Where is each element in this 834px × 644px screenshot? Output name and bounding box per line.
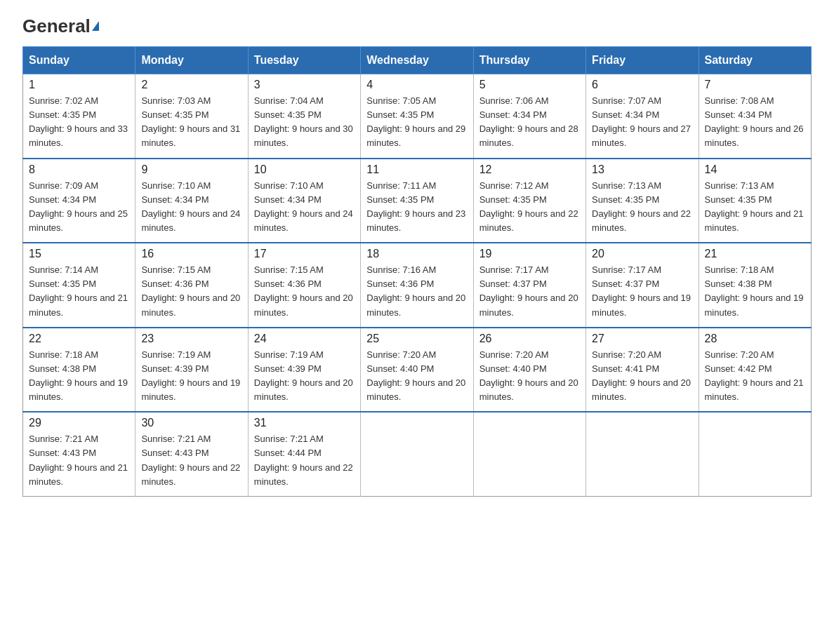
weekday-header-tuesday: Tuesday	[248, 47, 360, 74]
calendar-day-cell: 24 Sunrise: 7:19 AM Sunset: 4:39 PM Dayl…	[248, 328, 360, 412]
day-info: Sunrise: 7:02 AM Sunset: 4:35 PM Dayligh…	[29, 94, 129, 151]
day-info: Sunrise: 7:09 AM Sunset: 4:34 PM Dayligh…	[29, 179, 129, 236]
weekday-header-thursday: Thursday	[473, 47, 585, 74]
calendar-week-row: 8 Sunrise: 7:09 AM Sunset: 4:34 PM Dayli…	[23, 159, 812, 243]
calendar-day-cell: 17 Sunrise: 7:15 AM Sunset: 4:36 PM Dayl…	[248, 243, 360, 328]
calendar-day-cell: 6 Sunrise: 7:07 AM Sunset: 4:34 PM Dayli…	[586, 74, 699, 159]
day-info: Sunrise: 7:15 AM Sunset: 4:36 PM Dayligh…	[254, 263, 355, 320]
day-number: 2	[141, 79, 241, 91]
calendar-day-cell: 27 Sunrise: 7:20 AM Sunset: 4:41 PM Dayl…	[586, 328, 699, 412]
day-number: 6	[592, 79, 692, 91]
calendar-day-cell: 11 Sunrise: 7:11 AM Sunset: 4:35 PM Dayl…	[361, 159, 473, 243]
day-number: 9	[141, 163, 241, 176]
day-info: Sunrise: 7:06 AM Sunset: 4:34 PM Dayligh…	[479, 94, 580, 151]
day-number: 17	[254, 248, 355, 260]
calendar-day-cell: 5 Sunrise: 7:06 AM Sunset: 4:34 PM Dayli…	[473, 74, 585, 159]
weekday-header-friday: Friday	[586, 47, 699, 74]
day-info: Sunrise: 7:05 AM Sunset: 4:35 PM Dayligh…	[366, 94, 467, 151]
weekday-header-wednesday: Wednesday	[361, 47, 473, 74]
day-number: 14	[705, 163, 805, 176]
day-info: Sunrise: 7:20 AM Sunset: 4:40 PM Dayligh…	[366, 348, 467, 405]
calendar-week-row: 15 Sunrise: 7:14 AM Sunset: 4:35 PM Dayl…	[23, 243, 812, 328]
calendar-day-cell: 13 Sunrise: 7:13 AM Sunset: 4:35 PM Dayl…	[586, 159, 699, 243]
day-info: Sunrise: 7:18 AM Sunset: 4:38 PM Dayligh…	[29, 348, 129, 405]
calendar-day-cell: 4 Sunrise: 7:05 AM Sunset: 4:35 PM Dayli…	[361, 74, 473, 159]
calendar-empty-cell	[473, 412, 585, 496]
calendar-empty-cell	[699, 412, 811, 496]
day-number: 19	[479, 248, 580, 260]
day-info: Sunrise: 7:04 AM Sunset: 4:35 PM Dayligh…	[254, 94, 355, 151]
calendar-day-cell: 12 Sunrise: 7:12 AM Sunset: 4:35 PM Dayl…	[473, 159, 585, 243]
day-info: Sunrise: 7:20 AM Sunset: 4:41 PM Dayligh…	[592, 348, 692, 405]
calendar-day-cell: 22 Sunrise: 7:18 AM Sunset: 4:38 PM Dayl…	[23, 328, 135, 412]
day-number: 11	[366, 163, 467, 176]
calendar-day-cell: 21 Sunrise: 7:18 AM Sunset: 4:38 PM Dayl…	[699, 243, 811, 328]
logo-top: General	[22, 17, 99, 35]
day-info: Sunrise: 7:10 AM Sunset: 4:34 PM Dayligh…	[254, 179, 355, 236]
calendar-day-cell: 7 Sunrise: 7:08 AM Sunset: 4:34 PM Dayli…	[699, 74, 811, 159]
day-number: 18	[366, 248, 467, 260]
calendar-day-cell: 10 Sunrise: 7:10 AM Sunset: 4:34 PM Dayl…	[248, 159, 360, 243]
calendar-day-cell: 1 Sunrise: 7:02 AM Sunset: 4:35 PM Dayli…	[23, 74, 135, 159]
calendar-table: SundayMondayTuesdayWednesdayThursdayFrid…	[22, 46, 812, 497]
calendar-week-row: 1 Sunrise: 7:02 AM Sunset: 4:35 PM Dayli…	[23, 74, 812, 159]
weekday-header-sunday: Sunday	[23, 47, 135, 74]
logo-general-text: General	[22, 15, 91, 36]
day-number: 13	[592, 163, 692, 176]
calendar-day-cell: 20 Sunrise: 7:17 AM Sunset: 4:37 PM Dayl…	[586, 243, 699, 328]
calendar-week-row: 22 Sunrise: 7:18 AM Sunset: 4:38 PM Dayl…	[23, 328, 812, 412]
day-number: 29	[29, 417, 129, 429]
day-number: 22	[29, 333, 129, 345]
day-info: Sunrise: 7:13 AM Sunset: 4:35 PM Dayligh…	[592, 179, 692, 236]
calendar-day-cell: 23 Sunrise: 7:19 AM Sunset: 4:39 PM Dayl…	[135, 328, 248, 412]
day-number: 7	[705, 79, 805, 91]
day-info: Sunrise: 7:16 AM Sunset: 4:36 PM Dayligh…	[366, 263, 467, 320]
day-number: 16	[141, 248, 241, 260]
day-info: Sunrise: 7:11 AM Sunset: 4:35 PM Dayligh…	[366, 179, 467, 236]
day-number: 10	[254, 163, 355, 176]
day-number: 28	[705, 333, 805, 345]
calendar-day-cell: 19 Sunrise: 7:17 AM Sunset: 4:37 PM Dayl…	[473, 243, 585, 328]
day-number: 3	[254, 79, 355, 91]
day-number: 25	[366, 333, 467, 345]
day-info: Sunrise: 7:21 AM Sunset: 4:43 PM Dayligh…	[141, 432, 241, 489]
day-info: Sunrise: 7:14 AM Sunset: 4:35 PM Dayligh…	[29, 263, 129, 320]
weekday-header-monday: Monday	[135, 47, 248, 74]
calendar-day-cell: 29 Sunrise: 7:21 AM Sunset: 4:43 PM Dayl…	[23, 412, 135, 496]
calendar-day-cell: 9 Sunrise: 7:10 AM Sunset: 4:34 PM Dayli…	[135, 159, 248, 243]
calendar-day-cell: 16 Sunrise: 7:15 AM Sunset: 4:36 PM Dayl…	[135, 243, 248, 328]
day-info: Sunrise: 7:21 AM Sunset: 4:43 PM Dayligh…	[29, 432, 129, 489]
calendar-empty-cell	[586, 412, 699, 496]
day-info: Sunrise: 7:08 AM Sunset: 4:34 PM Dayligh…	[705, 94, 805, 151]
day-info: Sunrise: 7:18 AM Sunset: 4:38 PM Dayligh…	[705, 263, 805, 320]
day-info: Sunrise: 7:03 AM Sunset: 4:35 PM Dayligh…	[141, 94, 241, 151]
day-number: 1	[29, 79, 129, 91]
day-info: Sunrise: 7:07 AM Sunset: 4:34 PM Dayligh…	[592, 94, 692, 151]
day-number: 24	[254, 333, 355, 345]
day-info: Sunrise: 7:19 AM Sunset: 4:39 PM Dayligh…	[141, 348, 241, 405]
day-info: Sunrise: 7:20 AM Sunset: 4:40 PM Dayligh…	[479, 348, 580, 405]
weekday-header-saturday: Saturday	[699, 47, 811, 74]
day-number: 8	[29, 163, 129, 176]
weekday-header-row: SundayMondayTuesdayWednesdayThursdayFrid…	[23, 47, 812, 74]
day-info: Sunrise: 7:17 AM Sunset: 4:37 PM Dayligh…	[479, 263, 580, 320]
day-number: 4	[366, 79, 467, 91]
day-info: Sunrise: 7:21 AM Sunset: 4:44 PM Dayligh…	[254, 432, 355, 489]
day-info: Sunrise: 7:19 AM Sunset: 4:39 PM Dayligh…	[254, 348, 355, 405]
calendar-day-cell: 31 Sunrise: 7:21 AM Sunset: 4:44 PM Dayl…	[248, 412, 360, 496]
day-info: Sunrise: 7:20 AM Sunset: 4:42 PM Dayligh…	[705, 348, 805, 405]
calendar-week-row: 29 Sunrise: 7:21 AM Sunset: 4:43 PM Dayl…	[23, 412, 812, 496]
calendar-day-cell: 28 Sunrise: 7:20 AM Sunset: 4:42 PM Dayl…	[699, 328, 811, 412]
day-number: 21	[705, 248, 805, 260]
day-info: Sunrise: 7:10 AM Sunset: 4:34 PM Dayligh…	[141, 179, 241, 236]
day-info: Sunrise: 7:13 AM Sunset: 4:35 PM Dayligh…	[705, 179, 805, 236]
day-info: Sunrise: 7:17 AM Sunset: 4:37 PM Dayligh…	[592, 263, 692, 320]
logo-triangle-icon	[92, 21, 99, 31]
day-info: Sunrise: 7:15 AM Sunset: 4:36 PM Dayligh…	[141, 263, 241, 320]
calendar-day-cell: 14 Sunrise: 7:13 AM Sunset: 4:35 PM Dayl…	[699, 159, 811, 243]
calendar-empty-cell	[361, 412, 473, 496]
day-number: 30	[141, 417, 241, 429]
day-number: 26	[479, 333, 580, 345]
day-number: 20	[592, 248, 692, 260]
day-number: 12	[479, 163, 580, 176]
